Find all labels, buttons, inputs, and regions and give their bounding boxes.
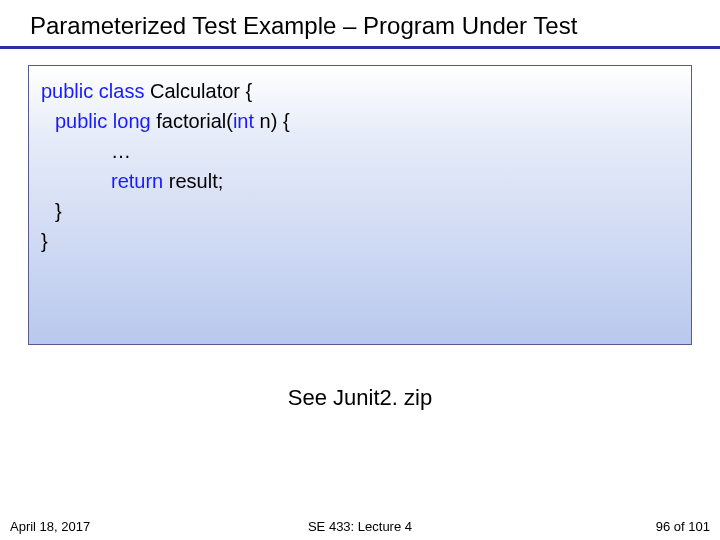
code-line-5: } [41, 196, 679, 226]
code-line-2: public long factorial(int n) { [41, 106, 679, 136]
footer: April 18, 2017 SE 433: Lecture 4 96 of 1… [0, 519, 720, 534]
code-line-3: … [41, 136, 679, 166]
code-text: n) { [254, 110, 290, 132]
code-line-6: } [41, 226, 679, 256]
code-line-4: return result; [41, 166, 679, 196]
code-line-1: public class Calculator { [41, 76, 679, 106]
title-underline [0, 46, 720, 49]
keyword-return: return [111, 170, 163, 192]
keyword-public: public [55, 110, 107, 132]
code-text: Calculator { [144, 80, 252, 102]
footer-course: SE 433: Lecture 4 [243, 519, 476, 534]
footer-date: April 18, 2017 [10, 519, 243, 534]
code-text: result; [163, 170, 223, 192]
keyword-class: class [93, 80, 144, 102]
keyword-long: long [107, 110, 150, 132]
code-text: factorial( [151, 110, 233, 132]
footer-page: 96 of 101 [477, 519, 710, 534]
keyword-public: public [41, 80, 93, 102]
slide: Parameterized Test Example – Program Und… [0, 0, 720, 540]
slide-title: Parameterized Test Example – Program Und… [0, 12, 720, 46]
keyword-int: int [233, 110, 254, 132]
see-note: See Junit2. zip [0, 385, 720, 411]
code-box: public class Calculator { public long fa… [28, 65, 692, 345]
